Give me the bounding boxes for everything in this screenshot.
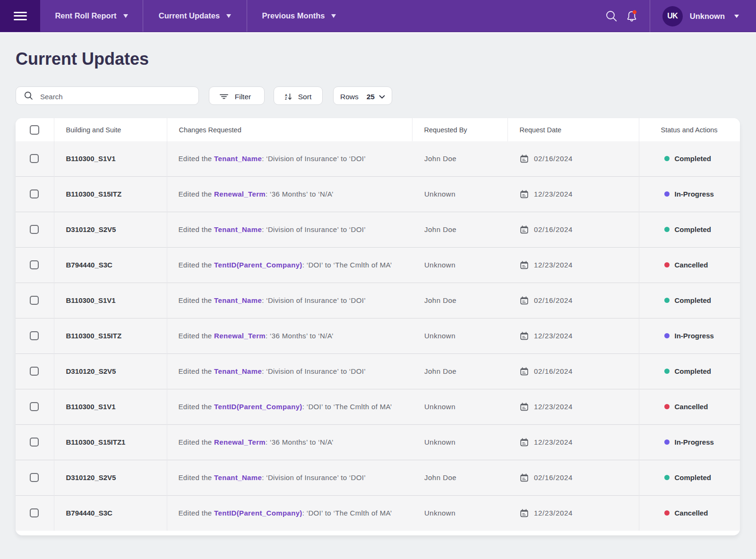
svg-text:Z: Z	[285, 97, 287, 100]
svg-text:A: A	[285, 94, 287, 97]
